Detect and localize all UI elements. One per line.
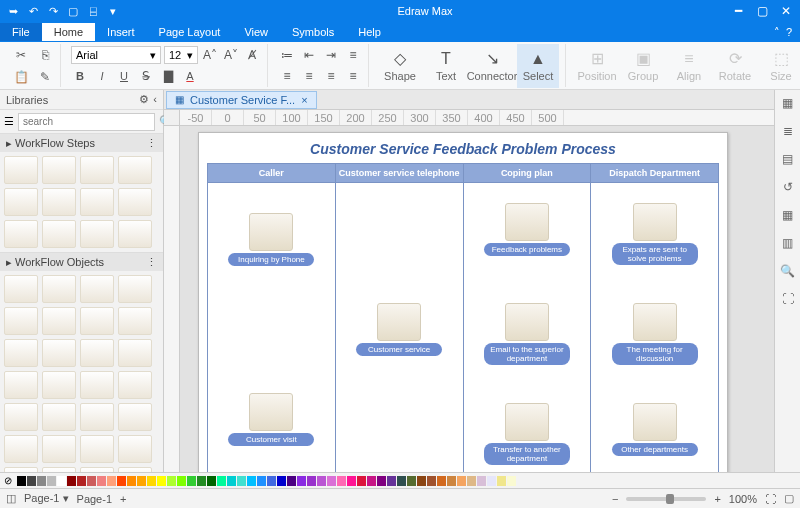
color-swatch[interactable] bbox=[197, 476, 206, 486]
color-swatch[interactable] bbox=[77, 476, 86, 486]
font-size-select[interactable]: 12▾ bbox=[164, 46, 198, 64]
document-tab[interactable]: ▦ Customer Service F... × bbox=[166, 91, 317, 109]
canvas[interactable]: -50050100150200250300350400450500 Custom… bbox=[164, 110, 774, 472]
shape-thumb[interactable] bbox=[4, 188, 38, 216]
color-swatch[interactable] bbox=[17, 476, 26, 486]
color-swatch[interactable] bbox=[277, 476, 286, 486]
color-swatch[interactable] bbox=[287, 476, 296, 486]
no-color-icon[interactable]: ⊘ bbox=[4, 475, 16, 486]
color-swatch[interactable] bbox=[347, 476, 356, 486]
shape-thumb[interactable] bbox=[118, 156, 152, 184]
zoom-value[interactable]: 100% bbox=[729, 493, 757, 505]
shape-thumb[interactable] bbox=[4, 275, 38, 303]
color-swatch[interactable] bbox=[127, 476, 136, 486]
italic-icon[interactable]: I bbox=[93, 67, 111, 85]
shape-thumb[interactable] bbox=[118, 435, 152, 463]
color-swatch[interactable] bbox=[97, 476, 106, 486]
format-painter-icon[interactable]: ✎ bbox=[36, 68, 54, 86]
shape-thumb[interactable] bbox=[42, 275, 76, 303]
shape-thumb[interactable] bbox=[42, 371, 76, 399]
new-icon[interactable]: ▢ bbox=[64, 2, 82, 20]
shape-thumb[interactable] bbox=[118, 371, 152, 399]
increase-font-icon[interactable]: A˄ bbox=[201, 46, 219, 64]
color-swatch[interactable] bbox=[447, 476, 456, 486]
layers-icon[interactable]: ≣ bbox=[779, 122, 797, 140]
lane-cs-telephone[interactable]: Customer service telephone Customer serv… bbox=[336, 164, 464, 472]
fit-window-icon[interactable]: ⛶ bbox=[765, 493, 776, 505]
rotate-button[interactable]: ⟳Rotate bbox=[714, 44, 756, 88]
lane-dispatch[interactable]: Dispatch Department Expats are sent to s… bbox=[591, 164, 718, 472]
position-button[interactable]: ⊞Position bbox=[576, 44, 618, 88]
color-swatch[interactable] bbox=[297, 476, 306, 486]
swimlanes[interactable]: Caller Inquiring by Phone Customer visit… bbox=[207, 163, 719, 472]
shape-thumb[interactable] bbox=[4, 156, 38, 184]
shape-thumb[interactable] bbox=[80, 220, 114, 248]
node-other-depts[interactable]: Other departments bbox=[610, 403, 700, 456]
shape-thumb[interactable] bbox=[118, 220, 152, 248]
color-swatch[interactable] bbox=[27, 476, 36, 486]
zoom-in-icon[interactable]: + bbox=[714, 493, 720, 505]
color-swatch[interactable] bbox=[417, 476, 426, 486]
color-swatch[interactable] bbox=[47, 476, 56, 486]
shape-thumb[interactable] bbox=[4, 435, 38, 463]
fit-page-icon[interactable]: ▢ bbox=[784, 492, 794, 505]
color-swatch[interactable] bbox=[87, 476, 96, 486]
justify-icon[interactable]: ≡ bbox=[344, 67, 362, 85]
color-swatch[interactable] bbox=[337, 476, 346, 486]
shape-thumb[interactable] bbox=[42, 307, 76, 335]
shape-thumb[interactable] bbox=[42, 435, 76, 463]
color-swatch[interactable] bbox=[377, 476, 386, 486]
library-settings-icon[interactable]: ⚙ bbox=[139, 93, 149, 106]
node-feedback-problems[interactable]: Feedback problems bbox=[482, 203, 572, 256]
color-swatch[interactable] bbox=[227, 476, 236, 486]
clear-format-icon[interactable]: Ⱥ bbox=[243, 46, 261, 64]
page-dropdown[interactable]: Page-1 ▾ bbox=[24, 492, 69, 505]
node-email-superior[interactable]: Email to the superior department bbox=[482, 303, 572, 365]
save-icon[interactable]: ▾ bbox=[104, 2, 122, 20]
page-icon[interactable]: ▤ bbox=[779, 150, 797, 168]
help-icon[interactable]: ? bbox=[786, 26, 792, 39]
color-swatch[interactable] bbox=[257, 476, 266, 486]
color-swatch[interactable] bbox=[307, 476, 316, 486]
tab-home[interactable]: Home bbox=[42, 23, 95, 41]
color-swatch[interactable] bbox=[237, 476, 246, 486]
app-logo-icon[interactable]: ➥ bbox=[4, 2, 22, 20]
color-swatch[interactable] bbox=[427, 476, 436, 486]
color-swatch[interactable] bbox=[487, 476, 496, 486]
paste-icon[interactable]: 📋 bbox=[12, 68, 30, 86]
comments-icon[interactable]: ▥ bbox=[779, 234, 797, 252]
shape-thumb[interactable] bbox=[80, 275, 114, 303]
shape-thumb[interactable] bbox=[118, 275, 152, 303]
close-tab-icon[interactable]: × bbox=[301, 94, 307, 106]
zoom-out-icon[interactable]: − bbox=[612, 493, 618, 505]
strike-icon[interactable]: S̶ bbox=[137, 67, 155, 85]
color-swatch[interactable] bbox=[387, 476, 396, 486]
lane-caller[interactable]: Caller Inquiring by Phone Customer visit bbox=[208, 164, 336, 472]
tab-help[interactable]: Help bbox=[346, 23, 393, 41]
shape-thumb[interactable] bbox=[4, 307, 38, 335]
bold-icon[interactable]: B bbox=[71, 67, 89, 85]
shape-thumb[interactable] bbox=[80, 188, 114, 216]
underline-icon[interactable]: U bbox=[115, 67, 133, 85]
tab-insert[interactable]: Insert bbox=[95, 23, 147, 41]
shape-thumb[interactable] bbox=[80, 371, 114, 399]
shape-thumb[interactable] bbox=[118, 339, 152, 367]
shape-thumb[interactable] bbox=[4, 403, 38, 431]
shape-thumb[interactable] bbox=[4, 220, 38, 248]
color-swatch[interactable] bbox=[407, 476, 416, 486]
add-page-icon[interactable]: + bbox=[120, 493, 126, 505]
node-expats[interactable]: Expats are sent to solve problems bbox=[610, 203, 700, 265]
page-nav-icon[interactable]: ◫ bbox=[6, 492, 16, 505]
diagram-title[interactable]: Customer Service Feedback Problem Proces… bbox=[207, 141, 719, 157]
shape-thumb[interactable] bbox=[118, 403, 152, 431]
close-icon[interactable]: ✕ bbox=[776, 4, 796, 18]
grid-view-icon[interactable]: ▦ bbox=[779, 94, 797, 112]
library-collapse-icon[interactable]: ‹ bbox=[153, 93, 157, 106]
shape-thumb[interactable] bbox=[80, 403, 114, 431]
align-left-icon[interactable]: ≡ bbox=[278, 67, 296, 85]
connector-button[interactable]: ↘Connector bbox=[471, 44, 513, 88]
shape-thumb[interactable] bbox=[42, 220, 76, 248]
node-inquiring-phone[interactable]: Inquiring by Phone bbox=[226, 213, 316, 266]
shape-thumb[interactable] bbox=[80, 307, 114, 335]
shape-thumb[interactable] bbox=[42, 188, 76, 216]
